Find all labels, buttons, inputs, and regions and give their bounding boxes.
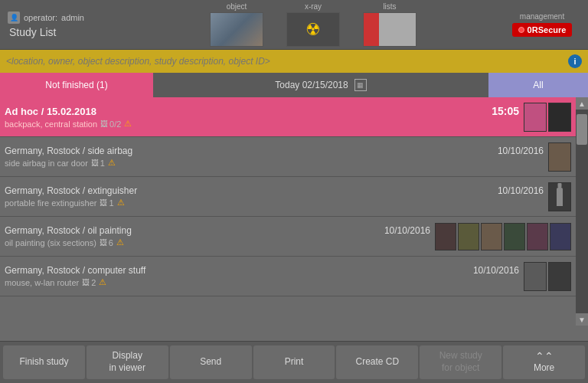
study-description: side airbag in car door — [5, 159, 88, 168]
image-count: 🖼 1 — [91, 159, 105, 168]
nav-object-label: object — [227, 2, 247, 11]
scrollbar-down-button[interactable]: ▼ — [576, 313, 588, 326]
study-desc-row: backpack, central station 🖼 0/2 ⚠ — [5, 119, 519, 129]
image-icon: 🖼 — [100, 198, 107, 207]
image-icon: 🖼 — [91, 159, 99, 167]
page-title: Study List — [8, 26, 100, 38]
nav-object-thumb — [210, 12, 263, 47]
study-thumb — [504, 223, 525, 250]
study-date: 10/10/2016 — [498, 185, 544, 196]
finish-study-button[interactable]: Finish study — [3, 345, 85, 379]
header-right: management 0RSecure — [504, 12, 580, 37]
xray-icon: ☢ — [305, 20, 321, 40]
image-count: 🖼 6 — [100, 238, 113, 247]
table-row[interactable]: Ad hoc / 15.02.2018 15:05 backpack, cent… — [0, 97, 576, 137]
table-row[interactable]: Germany, Rostock / extinguisher 10/10/20… — [0, 177, 576, 217]
study-thumb — [481, 223, 502, 250]
study-description: backpack, central station — [5, 119, 97, 129]
study-title-row: Germany, Rostock / extinguisher 10/10/20… — [5, 185, 544, 196]
study-thumbnails — [548, 182, 571, 211]
study-location: Germany, Rostock / oil painting — [5, 225, 132, 236]
table-row[interactable]: Germany, Rostock / oil painting 10/10/20… — [0, 217, 576, 257]
operator-info: 👤 operator: admin — [8, 11, 100, 24]
table-row[interactable]: Germany, Rostock / computer stuff 10/10/… — [0, 257, 576, 296]
record-dot — [518, 27, 524, 33]
create-cd-button[interactable]: Create CD — [336, 345, 418, 379]
tab-today[interactable]: Today 02/15/2018 ▦ — [153, 73, 488, 97]
header-thumbnails: object x-ray ☢ lists — [122, 2, 504, 47]
alert-icon: ⚠ — [108, 158, 116, 168]
more-button[interactable]: ⌃⌃ More — [503, 345, 585, 379]
alert-icon: ⚠ — [116, 237, 124, 247]
search-input[interactable] — [6, 56, 562, 67]
study-thumb — [550, 223, 571, 250]
orsecure-label: 0RSecure — [528, 25, 567, 34]
study-list: Ad hoc / 15.02.2018 15:05 backpack, cent… — [0, 97, 576, 326]
study-thumb — [458, 223, 479, 250]
study-desc-row: mouse, w-lan router 🖼 2 ⚠ — [5, 277, 519, 287]
study-location: Ad hoc / 15.02.2018 — [5, 106, 96, 117]
alert-icon: ⚠ — [124, 119, 132, 129]
info-icon[interactable]: i — [568, 54, 582, 68]
study-thumb — [548, 262, 571, 291]
study-desc-row: oil painting (six sections) 🖼 6 ⚠ — [5, 237, 430, 247]
study-date: 15:05 — [492, 105, 519, 117]
study-info: Germany, Rostock / extinguisher 10/10/20… — [5, 185, 544, 208]
bottom-toolbar: Finish study Display in viewer Send Prin… — [0, 341, 588, 383]
study-description: mouse, w-lan router — [5, 278, 79, 287]
new-study-for-object-button[interactable]: New study for object — [420, 345, 501, 379]
study-date: 10/10/2016 — [384, 225, 430, 236]
tab-bar: Not finished (1) Today 02/15/2018 ▦ All — [0, 73, 588, 97]
image-count: 🖼 0/2 — [100, 119, 121, 129]
study-date: 10/10/2016 — [473, 265, 519, 276]
study-description: oil painting (six sections) — [5, 238, 96, 247]
alert-icon: ⚠ — [99, 277, 106, 287]
more-chevrons-icon: ⌃⌃ — [535, 351, 554, 362]
study-thumbnails — [524, 103, 571, 132]
print-button[interactable]: Print — [253, 345, 335, 379]
management-label: management — [520, 12, 564, 21]
study-location: Germany, Rostock / computer stuff — [5, 265, 145, 276]
scrollbar-track[interactable] — [576, 110, 588, 313]
study-thumbnails — [548, 142, 571, 172]
study-title-row: Germany, Rostock / computer stuff 10/10/… — [5, 265, 519, 276]
tab-not-finished[interactable]: Not finished (1) — [0, 73, 153, 97]
nav-xray-thumb: ☢ — [286, 12, 340, 47]
study-location: Germany, Rostock / extinguisher — [5, 185, 137, 196]
study-thumb — [524, 103, 547, 132]
study-thumb — [548, 103, 571, 132]
study-thumb — [524, 262, 547, 291]
calendar-icon: ▦ — [354, 79, 367, 91]
study-location: Germany, Rostock / side airbag — [5, 146, 132, 156]
operator-name: admin — [61, 13, 84, 22]
nav-lists[interactable]: lists — [363, 2, 416, 47]
study-info: Germany, Rostock / computer stuff 10/10/… — [5, 265, 519, 287]
send-button[interactable]: Send — [170, 345, 252, 379]
header: 👤 operator: admin Study List object x-ra… — [0, 0, 588, 50]
image-icon: 🖼 — [82, 278, 90, 286]
display-in-viewer-button[interactable]: Display in viewer — [87, 345, 168, 379]
study-thumbnails — [435, 223, 571, 250]
study-thumb — [548, 182, 571, 211]
nav-lists-label: lists — [383, 2, 396, 11]
nav-xray[interactable]: x-ray ☢ — [286, 2, 340, 47]
nav-xray-label: x-ray — [305, 2, 322, 11]
study-info: Ad hoc / 15.02.2018 15:05 backpack, cent… — [5, 105, 519, 129]
header-left: 👤 operator: admin Study List — [8, 11, 100, 38]
operator-label: operator: — [24, 13, 57, 22]
orsecure-badge[interactable]: 0RSecure — [512, 23, 573, 37]
study-title-row: Germany, Rostock / oil painting 10/10/20… — [5, 225, 430, 236]
content-area: Ad hoc / 15.02.2018 15:05 backpack, cent… — [0, 97, 588, 326]
scrollbar-thumb[interactable] — [577, 114, 587, 145]
scrollbar-up-button[interactable]: ▲ — [576, 97, 588, 110]
study-desc-row: portable fire extinguisher 🖼 1 ⚠ — [5, 198, 544, 208]
tab-all[interactable]: All — [488, 73, 588, 97]
study-title-row: Ad hoc / 15.02.2018 15:05 — [5, 105, 519, 117]
table-row[interactable]: Germany, Rostock / side airbag 10/10/201… — [0, 137, 576, 177]
study-thumb — [527, 223, 548, 250]
study-thumbnails — [524, 262, 571, 291]
study-thumb — [435, 223, 456, 250]
scrollbar[interactable]: ▲ ▼ — [576, 97, 588, 326]
image-icon: 🖼 — [100, 119, 108, 128]
nav-object[interactable]: object — [210, 2, 263, 47]
